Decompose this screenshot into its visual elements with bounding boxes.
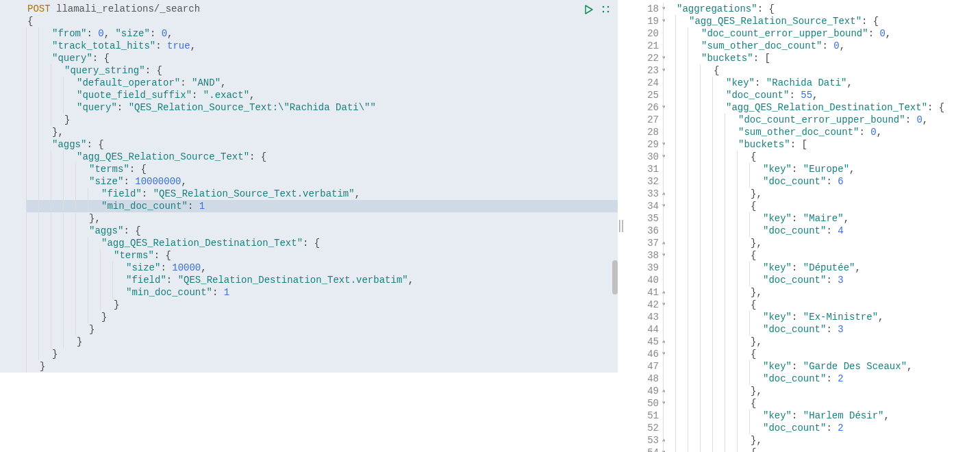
code-line[interactable]: "field": "QES_Relation_Destination_Text.… [26,274,618,286]
code-line[interactable]: "terms": { [26,249,618,262]
line-number: 19▾ [625,15,659,27]
code-line[interactable]: } [26,114,618,126]
code-line[interactable]: } [26,360,618,373]
code-line[interactable]: "min_doc_count": 1 [26,200,618,212]
code-line[interactable]: } [26,323,618,336]
line-number: 54▾ [625,447,659,452]
line-number: 51 [625,410,659,422]
code-line: }, [663,237,980,249]
left-gutter [0,3,26,373]
code-line: { [663,447,980,452]
code-line[interactable]: } [26,348,618,360]
code-line: }, [663,188,980,200]
code-line[interactable]: POST llamali_relations/_search [26,3,618,15]
code-line: "doc_count": 55, [663,89,980,101]
line-number: 31 [625,163,659,175]
code-line: "key": "Rachida Dati", [663,77,980,89]
line-number: 40 [625,274,659,286]
line-number: 47 [625,360,659,373]
code-line: "doc_count_error_upper_bound": 0, [663,114,980,126]
line-number: 45▴ [625,336,659,348]
code-line[interactable]: "aggs": { [26,138,618,151]
code-line: }, [663,286,980,299]
left-scrollbar-thumb[interactable] [612,260,618,294]
code-line[interactable]: } [26,311,618,323]
code-line: "sum_other_doc_count": 0, [663,40,980,52]
code-line[interactable]: "query_string": { [26,64,618,77]
code-line: { [663,348,980,360]
code-line: { [663,397,980,410]
line-number: 44 [625,323,659,336]
code-line[interactable]: "min_doc_count": 1 [26,286,618,299]
code-line: { [663,64,980,77]
code-line[interactable]: } [26,299,618,311]
svg-point-3 [607,11,610,13]
line-number: 43 [625,311,659,323]
request-editor-pane: POST llamali_relations/_search{"from": 0… [0,0,618,452]
line-number: 25 [625,89,659,101]
code-line: }, [663,434,980,447]
line-number: 26▾ [625,101,659,114]
line-number: 41▴ [625,286,659,299]
line-number: 24 [625,77,659,89]
code-line[interactable]: "quote_field_suffix": ".exact", [26,89,618,101]
code-line: { [663,299,980,311]
code-line[interactable]: { [26,15,618,27]
line-number: 46▾ [625,348,659,360]
line-number: 36 [625,225,659,237]
run-query-button[interactable] [583,4,594,15]
options-button[interactable] [601,5,611,14]
code-line[interactable]: }, [26,126,618,138]
code-line: "key": "Harlem Désir", [663,410,980,422]
code-line: "doc_count_error_upper_bound": 0, [663,27,980,40]
code-line: "key": "Garde Des Sceaux", [663,360,980,373]
code-line[interactable]: } [26,336,618,348]
code-line[interactable]: "query": "QES_Relation_Source_Text:\"Rac… [26,101,618,114]
code-line[interactable]: "from": 0, "size": 0, [26,27,618,40]
code-line: "key": "Députée", [663,262,980,274]
code-line[interactable]: "size": 10000000, [26,175,618,188]
code-line: "doc_count": 3 [663,323,980,336]
code-line[interactable]: "agg_QES_Relation_Destination_Text": { [26,237,618,249]
code-line: "sum_other_doc_count": 0, [663,126,980,138]
line-number: 27 [625,114,659,126]
line-number: 53▴ [625,434,659,447]
line-number: 52 [625,422,659,434]
code-line[interactable]: "terms": { [26,163,618,175]
code-line: "buckets": [ [663,52,980,64]
line-number: 20 [625,27,659,40]
line-number: 34▾ [625,200,659,212]
code-line: "doc_count": 6 [663,175,980,188]
response-editor[interactable]: 18▾19▾202122▾23▾242526▾272829▾30▾313233▴… [625,0,980,452]
code-line: }, [663,385,980,397]
left-scrollbar[interactable] [611,0,618,452]
line-number: 50▾ [625,397,659,410]
svg-point-1 [607,6,610,8]
code-line[interactable]: "track_total_hits": true, [26,40,618,52]
code-line[interactable]: "query": { [26,52,618,64]
request-code[interactable]: POST llamali_relations/_search{"from": 0… [26,3,618,373]
line-number: 33▴ [625,188,659,200]
code-line[interactable]: "default_operator": "AND", [26,77,618,89]
code-line[interactable]: "size": 10000, [26,262,618,274]
code-line: "doc_count": 3 [663,274,980,286]
code-line: "doc_count": 2 [663,373,980,385]
line-number: 48 [625,373,659,385]
code-line[interactable]: "aggs": { [26,225,618,237]
line-number: 18▾ [625,3,659,15]
code-line: "key": "Europe", [663,163,980,175]
code-line[interactable]: "agg_QES_Relation_Source_Text": { [26,151,618,163]
line-number: 30▾ [625,151,659,163]
line-number: 38▾ [625,249,659,262]
code-line: { [663,200,980,212]
code-line[interactable]: }, [26,212,618,225]
pane-divider[interactable]: ‖ [618,0,625,452]
request-editor[interactable]: POST llamali_relations/_search{"from": 0… [0,0,618,373]
line-number: 39 [625,262,659,274]
code-line[interactable]: "field": "QES_Relation_Source_Text.verba… [26,188,618,200]
code-line: }, [663,336,980,348]
code-line: "agg_QES_Relation_Destination_Text": { [663,101,980,114]
line-number: 35 [625,212,659,225]
code-line: { [663,249,980,262]
line-number: 23▾ [625,64,659,77]
